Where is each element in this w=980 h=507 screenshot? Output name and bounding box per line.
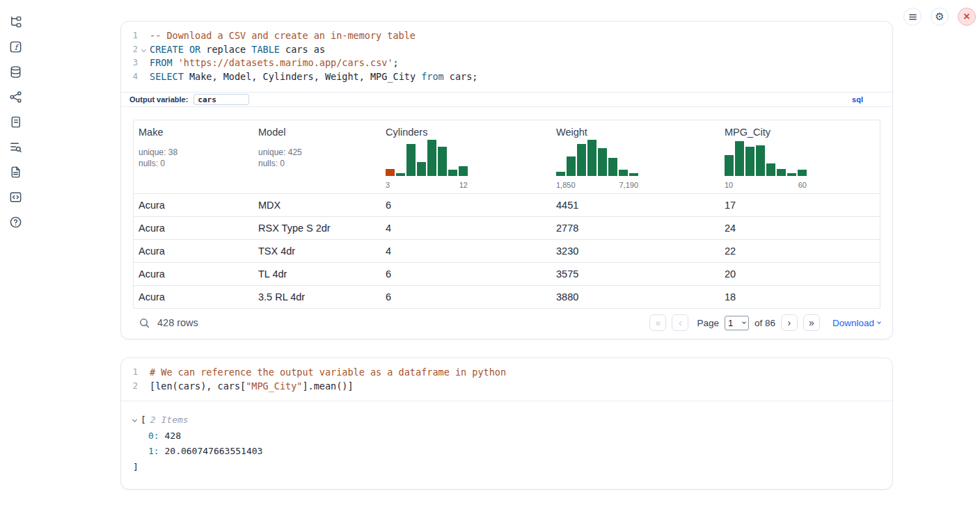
tree-collapse-icon[interactable] — [132, 417, 137, 422]
first-page-button[interactable]: « — [649, 314, 666, 331]
histogram-bar[interactable] — [619, 170, 628, 176]
notebook: 1-- Download a CSV and create an in-memo… — [120, 21, 893, 490]
table-cell: MDX — [253, 200, 381, 211]
table-cell: 4451 — [551, 200, 720, 211]
tree-value: 428 — [159, 430, 181, 441]
hist-max-label: 60 — [798, 181, 807, 189]
fold-marker — [138, 380, 150, 394]
histogram-bar[interactable] — [577, 144, 586, 176]
table-cell: 17 — [720, 200, 880, 211]
dependency-graph-icon[interactable] — [8, 90, 23, 104]
page-total-label: of 86 — [754, 318, 775, 328]
fold-marker — [138, 70, 150, 84]
histogram-bar[interactable] — [598, 148, 607, 176]
table-row[interactable]: AcuraTSX 4dr4323022 — [134, 239, 880, 262]
histogram-bar[interactable] — [567, 156, 576, 176]
table-footer: 428 rows « ‹ Page 1 of 86 › » Download — [133, 309, 880, 337]
tree-entries: 0: 4281: 20.060747663551403 — [133, 428, 880, 460]
documentation-icon[interactable] — [8, 165, 23, 179]
hist-min-label: 3 — [386, 181, 390, 189]
code-line[interactable]: 4SELECT Make, Model, Cylinders, Weight, … — [121, 70, 892, 84]
histogram-bar[interactable] — [386, 169, 395, 176]
shutdown-button[interactable]: × — [958, 8, 976, 26]
sql-code-editor[interactable]: 1-- Download a CSV and create an in-memo… — [121, 22, 892, 92]
code-line[interactable]: 2[len(cars), cars["MPG_City"].mean()] — [121, 380, 892, 394]
table-cell: Acura — [134, 200, 253, 211]
table-cell: 4 — [381, 246, 551, 257]
column-header-model[interactable]: Model unique: 425 nulls: 0 — [253, 120, 381, 193]
sql-cell: 1-- Download a CSV and create an in-memo… — [120, 21, 893, 339]
histogram-bar[interactable] — [798, 170, 807, 176]
next-page-button[interactable]: › — [781, 314, 798, 331]
column-header-weight[interactable]: Weight 1,850 7,190 — [551, 120, 720, 193]
code-text: FROM 'https://datasets.marimo.app/cars.c… — [150, 56, 399, 70]
tree-root: [ 2 Items — [133, 412, 880, 428]
table-row[interactable]: AcuraMDX6445117 — [134, 193, 880, 216]
variables-icon[interactable] — [8, 140, 23, 154]
settings-button[interactable]: ⚙ — [931, 8, 949, 26]
datasources-icon[interactable] — [8, 65, 23, 79]
line-number: 4 — [121, 70, 138, 84]
table-cell: Acura — [134, 268, 253, 280]
download-button[interactable]: Download — [832, 318, 880, 328]
code-line[interactable]: 1# We can reference the output variable … — [121, 366, 892, 380]
chevron-down-icon — [141, 47, 146, 52]
table-row[interactable]: Acura3.5 RL 4dr6388018 — [134, 285, 880, 308]
left-sidebar: f — [7, 15, 24, 230]
histogram-bar[interactable] — [725, 155, 734, 176]
column-stats: unique: 38 nulls: 0 — [139, 147, 251, 170]
python-cell: 1# We can reference the output variable … — [120, 357, 893, 490]
code-text: # We can reference the output variable a… — [150, 366, 506, 380]
prev-page-icon: ‹ — [679, 317, 682, 328]
histogram-bar[interactable] — [438, 147, 447, 176]
histogram-bar[interactable] — [629, 173, 638, 176]
table-cell: 6 — [381, 291, 551, 303]
table-row[interactable]: AcuraTL 4dr6357520 — [134, 262, 880, 285]
column-header-cylinders[interactable]: Cylinders 3 12 — [381, 120, 551, 193]
fold-marker — [138, 56, 150, 70]
file-tree-icon[interactable] — [8, 15, 23, 29]
table-row[interactable]: AcuraRSX Type S 2dr4277824 — [134, 216, 880, 239]
table-cell: 2778 — [551, 223, 720, 234]
code-line[interactable]: 3FROM 'https://datasets.marimo.app/cars.… — [121, 56, 892, 70]
histogram-bar[interactable] — [787, 173, 796, 176]
functions-icon[interactable]: f — [8, 40, 23, 54]
page-select[interactable]: 1 — [725, 316, 749, 330]
last-page-button[interactable]: » — [803, 314, 820, 331]
close-icon: × — [963, 10, 970, 23]
histogram-bar[interactable] — [587, 140, 596, 176]
scratchpad-icon[interactable] — [8, 115, 23, 129]
histogram-bar[interactable] — [556, 172, 565, 176]
histogram-bar[interactable] — [417, 162, 426, 176]
menu-button[interactable] — [903, 8, 922, 26]
histogram-bar[interactable] — [608, 158, 617, 176]
column-header-make[interactable]: Make unique: 38 nulls: 0 — [134, 120, 253, 193]
tree-key: 1: — [148, 446, 159, 456]
histogram-bar[interactable] — [406, 144, 416, 176]
search-icon — [139, 317, 150, 329]
histogram-bar[interactable] — [745, 147, 754, 176]
help-icon[interactable] — [8, 215, 23, 230]
gear-icon: ⚙ — [935, 10, 944, 23]
histogram-bar[interactable] — [396, 173, 405, 176]
histogram-bar[interactable] — [459, 166, 468, 176]
last-page-icon: » — [809, 317, 814, 328]
histogram-bar[interactable] — [766, 163, 775, 176]
code-line[interactable]: 1-- Download a CSV and create an in-memo… — [121, 29, 892, 43]
search-button[interactable] — [136, 315, 152, 330]
output-variable-bar: Output variable: cars sql — [121, 92, 892, 107]
code-line[interactable]: 2CREATE OR replace TABLE cars as — [121, 43, 892, 57]
histogram-bar[interactable] — [735, 141, 744, 176]
histogram-bar[interactable] — [448, 170, 457, 176]
histogram-bar[interactable] — [427, 140, 436, 176]
column-header-mpg-city[interactable]: MPG_City 10 60 — [720, 120, 880, 193]
fold-marker[interactable] — [138, 43, 150, 57]
snippets-icon[interactable] — [8, 190, 23, 204]
tree-items-count: 2 Items — [150, 412, 189, 428]
table-cell: 18 — [720, 291, 880, 303]
histogram-bar[interactable] — [756, 145, 765, 176]
prev-page-button[interactable]: ‹ — [672, 314, 688, 331]
python-code-editor[interactable]: 1# We can reference the output variable … — [121, 358, 892, 401]
histogram-bar[interactable] — [777, 169, 786, 176]
output-variable-input[interactable]: cars — [193, 94, 249, 105]
